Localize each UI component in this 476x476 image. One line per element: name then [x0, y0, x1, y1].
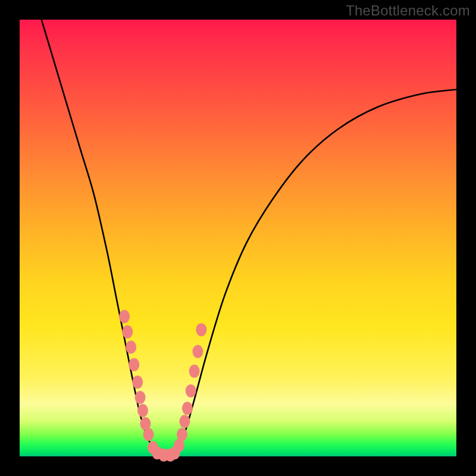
marker-dot — [137, 404, 148, 417]
marker-dot — [186, 384, 196, 397]
marker-dot — [122, 325, 133, 339]
marker-dot — [126, 341, 136, 354]
marker-dot — [192, 345, 203, 358]
curve-layer — [42, 20, 456, 456]
marker-dot — [143, 428, 154, 441]
marker-dot — [189, 365, 200, 378]
left-curve — [42, 20, 159, 456]
marker-dot — [119, 310, 130, 323]
marker-dot — [179, 415, 190, 428]
marker-layer — [119, 310, 206, 462]
watermark-text: TheBottleneck.com — [346, 2, 470, 19]
marker-dot — [135, 391, 146, 404]
chart-frame: TheBottleneck.com — [0, 0, 476, 476]
marker-dot — [196, 323, 206, 336]
marker-dot — [132, 375, 143, 389]
plot-area — [20, 20, 456, 456]
marker-dot — [129, 358, 139, 371]
marker-dot — [177, 428, 187, 441]
right-curve — [173, 89, 456, 456]
marker-dot — [182, 402, 193, 415]
chart-svg — [20, 20, 456, 456]
